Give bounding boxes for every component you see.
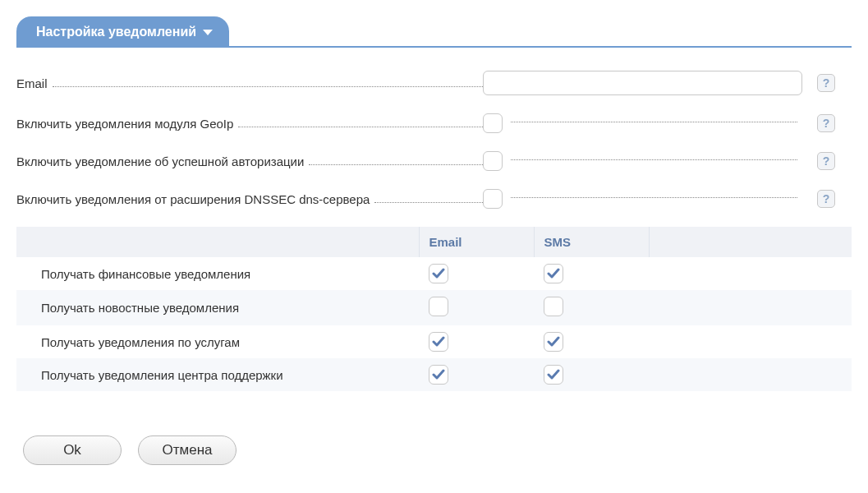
row-label: Получать финансовые уведомления: [16, 257, 419, 290]
button-row: Ok Отмена: [16, 435, 852, 465]
ok-button[interactable]: Ok: [23, 435, 122, 465]
help-icon[interactable]: ?: [817, 74, 835, 92]
col-header-spacer: [649, 227, 852, 257]
tab-title: Настройка уведомлений: [36, 25, 196, 39]
tab-bar: Настройка уведомлений: [16, 16, 852, 48]
tab-notification-settings[interactable]: Настройка уведомлений: [16, 16, 229, 46]
row-label: Получать уведомления центра поддержки: [16, 358, 419, 391]
label-geoip: Включить уведомления модуля GeoIp: [16, 117, 238, 131]
checkbox-sms[interactable]: [544, 365, 563, 385]
checkbox-email[interactable]: [429, 332, 448, 352]
col-header-sms[interactable]: SMS: [534, 227, 649, 257]
checkbox-sms[interactable]: [544, 264, 563, 283]
email-input[interactable]: [483, 71, 802, 95]
checkbox-email[interactable]: [429, 264, 448, 283]
table-row: Получать уведомления центра поддержки: [16, 358, 852, 391]
row-geoip: Включить уведомления модуля GeoIp ?: [16, 113, 852, 133]
checkbox-email[interactable]: [429, 297, 448, 316]
help-icon[interactable]: ?: [817, 114, 835, 132]
checkbox-geoip[interactable]: [483, 113, 503, 133]
checkbox-sms[interactable]: [544, 332, 563, 352]
col-header-email[interactable]: Email: [419, 227, 534, 257]
row-label: Получать уведомления по услугам: [16, 325, 419, 358]
row-email: Email ?: [16, 71, 852, 95]
label-dnssec: Включить уведомления от расширения DNSSE…: [16, 192, 374, 206]
table-row: Получать новостные уведомления: [16, 290, 852, 325]
checkbox-sms[interactable]: [544, 297, 563, 316]
cancel-button[interactable]: Отмена: [138, 435, 237, 465]
col-header-desc: [16, 227, 419, 257]
checkbox-email[interactable]: [429, 365, 448, 385]
help-icon[interactable]: ?: [817, 152, 835, 170]
notifications-table: Email SMS Получать финансовые уведомлени…: [16, 227, 852, 391]
table-row: Получать финансовые уведомления: [16, 257, 852, 290]
label-auth: Включить уведомление об успешной авториз…: [16, 154, 309, 168]
label-email: Email: [16, 76, 53, 90]
row-dnssec: Включить уведомления от расширения DNSSE…: [16, 189, 852, 209]
row-label: Получать новостные уведомления: [16, 290, 419, 325]
row-auth: Включить уведомление об успешной авториз…: [16, 151, 852, 171]
checkbox-auth[interactable]: [483, 151, 503, 171]
table-row: Получать уведомления по услугам: [16, 325, 852, 358]
help-icon[interactable]: ?: [817, 190, 835, 208]
checkbox-dnssec[interactable]: [483, 189, 503, 209]
chevron-down-icon: [203, 30, 213, 35]
